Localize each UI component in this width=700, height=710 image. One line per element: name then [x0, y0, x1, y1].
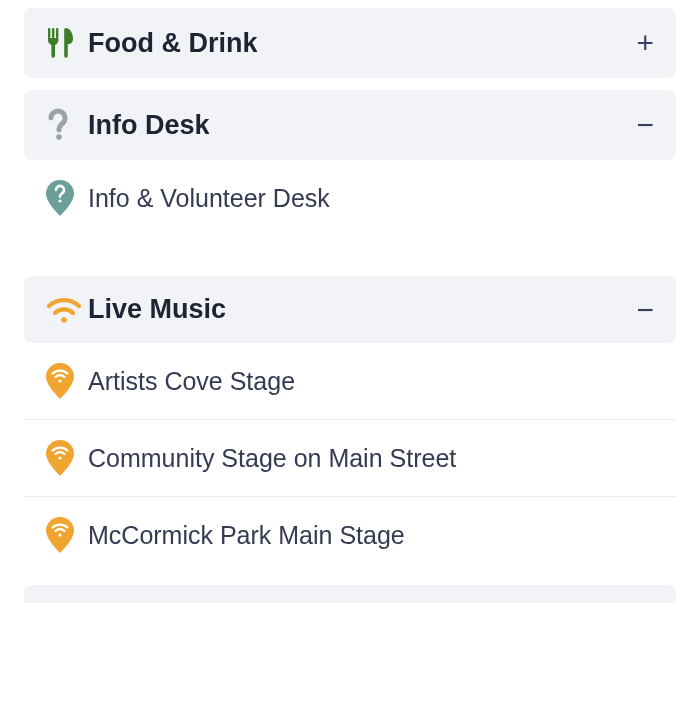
- list-item-label: McCormick Park Main Stage: [88, 521, 405, 550]
- svg-rect-0: [48, 28, 50, 38]
- section-header-live-music[interactable]: Live Music −: [24, 276, 676, 343]
- collapse-icon: −: [636, 110, 654, 140]
- section-title: Info Desk: [88, 110, 636, 141]
- section-info-desk: Info Desk − Info & Volunteer Desk: [24, 90, 676, 236]
- svg-point-6: [58, 379, 61, 382]
- map-pin-wifi-icon: [46, 440, 88, 476]
- list-item[interactable]: Community Stage on Main Street: [24, 420, 676, 497]
- svg-point-7: [58, 456, 61, 459]
- list-item[interactable]: McCormick Park Main Stage: [24, 497, 676, 573]
- list-item-label: Artists Cove Stage: [88, 367, 295, 396]
- section-title: Food & Drink: [88, 28, 636, 59]
- section-title: Live Music: [88, 294, 636, 325]
- section-header-info-desk[interactable]: Info Desk −: [24, 90, 676, 160]
- svg-rect-1: [52, 28, 54, 38]
- svg-point-5: [61, 317, 67, 323]
- list-item-label: Community Stage on Main Street: [88, 444, 456, 473]
- svg-point-4: [58, 199, 61, 202]
- svg-rect-2: [56, 28, 58, 38]
- collapse-icon: −: [636, 295, 654, 325]
- section-body-live-music: Artists Cove Stage Community Stage on Ma…: [24, 343, 676, 573]
- section-body-info-desk: Info & Volunteer Desk: [24, 160, 676, 236]
- wifi-icon: [46, 296, 88, 324]
- map-pin-question-icon: [46, 180, 88, 216]
- list-item-label: Info & Volunteer Desk: [88, 184, 330, 213]
- map-pin-wifi-icon: [46, 363, 88, 399]
- list-item[interactable]: Artists Cove Stage: [24, 343, 676, 420]
- utensils-icon: [46, 26, 88, 60]
- spacer: [24, 248, 676, 276]
- section-food-drink: Food & Drink +: [24, 8, 676, 78]
- section-header-food-drink[interactable]: Food & Drink +: [24, 8, 676, 78]
- expand-icon: +: [636, 28, 654, 58]
- svg-point-8: [58, 533, 61, 536]
- question-icon: [46, 108, 88, 142]
- section-header-partial[interactable]: [24, 585, 676, 603]
- section-live-music: Live Music − Artists Cove Stage: [24, 276, 676, 573]
- list-item[interactable]: Info & Volunteer Desk: [24, 160, 676, 236]
- svg-point-3: [56, 134, 62, 140]
- map-pin-wifi-icon: [46, 517, 88, 553]
